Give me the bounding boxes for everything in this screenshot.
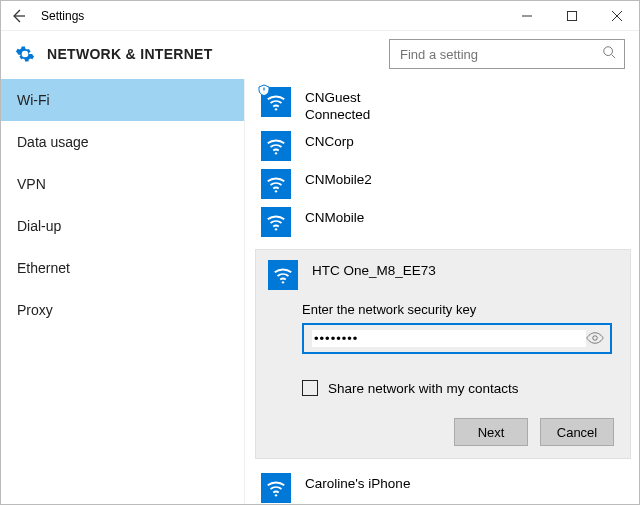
maximize-button[interactable] xyxy=(549,1,594,31)
network-status: Connected xyxy=(305,106,370,123)
cancel-button[interactable]: Cancel xyxy=(540,418,614,446)
gear-icon xyxy=(15,44,37,64)
svg-point-4 xyxy=(604,47,613,56)
next-button[interactable]: Next xyxy=(454,418,528,446)
sidebar-item-ethernet[interactable]: Ethernet xyxy=(1,247,244,289)
sidebar-item-vpn[interactable]: VPN xyxy=(1,163,244,205)
sidebar-item-datausage[interactable]: Data usage xyxy=(1,121,244,163)
svg-point-6 xyxy=(275,108,277,110)
wifi-icon xyxy=(261,473,291,503)
svg-point-7 xyxy=(275,152,277,154)
content-pane: CNGuest Connected CNCorp CNMobile2 CNMob… xyxy=(245,79,639,504)
network-item[interactable]: CNCorp xyxy=(245,127,639,165)
svg-point-8 xyxy=(275,190,277,192)
back-button[interactable] xyxy=(1,1,35,31)
minimize-button[interactable] xyxy=(504,1,549,31)
page-title: NETWORK & INTERNET xyxy=(47,46,213,62)
svg-point-9 xyxy=(275,228,277,230)
password-input[interactable] xyxy=(312,330,586,347)
svg-rect-1 xyxy=(567,11,576,20)
reveal-password-icon[interactable] xyxy=(586,330,604,348)
svg-point-10 xyxy=(282,281,284,283)
svg-point-12 xyxy=(275,494,277,496)
search-input[interactable] xyxy=(398,46,602,63)
network-item[interactable]: CNMobile xyxy=(245,203,639,241)
network-item-selected[interactable]: HTC One_M8_EE73 xyxy=(256,250,630,294)
share-contacts-row[interactable]: Share network with my contacts xyxy=(302,380,630,396)
shield-icon xyxy=(258,84,270,96)
password-prompt: Enter the network security key xyxy=(302,302,630,317)
search-box[interactable] xyxy=(389,39,625,69)
network-item[interactable]: CNMobile2 xyxy=(245,165,639,203)
network-name: CNMobile2 xyxy=(305,172,372,187)
network-item[interactable]: CNGuest Connected xyxy=(245,83,639,127)
sidebar-item-wifi[interactable]: Wi-Fi xyxy=(1,79,244,121)
wifi-icon xyxy=(261,207,291,237)
sidebar: Wi-Fi Data usage VPN Dial-up Ethernet Pr… xyxy=(1,79,245,504)
network-name: CNMobile xyxy=(305,210,364,225)
close-button[interactable] xyxy=(594,1,639,31)
sidebar-item-proxy[interactable]: Proxy xyxy=(1,289,244,331)
wifi-icon xyxy=(261,87,291,117)
network-name: CNGuest xyxy=(305,90,361,105)
network-item[interactable]: Caroline's iPhone xyxy=(245,469,639,504)
sidebar-item-dialup[interactable]: Dial-up xyxy=(1,205,244,247)
wifi-icon xyxy=(268,260,298,290)
network-name: HTC One_M8_EE73 xyxy=(312,263,436,278)
svg-line-5 xyxy=(612,55,616,59)
wifi-icon xyxy=(261,131,291,161)
connect-panel: HTC One_M8_EE73 Enter the network securi… xyxy=(255,249,631,459)
window-title: Settings xyxy=(41,9,84,23)
share-checkbox[interactable] xyxy=(302,380,318,396)
wifi-icon xyxy=(261,169,291,199)
search-icon xyxy=(602,45,616,63)
network-name: Caroline's iPhone xyxy=(305,476,410,491)
share-label: Share network with my contacts xyxy=(328,381,519,396)
network-name: CNCorp xyxy=(305,134,354,149)
svg-point-11 xyxy=(593,335,598,340)
password-field-wrap[interactable] xyxy=(302,323,612,354)
